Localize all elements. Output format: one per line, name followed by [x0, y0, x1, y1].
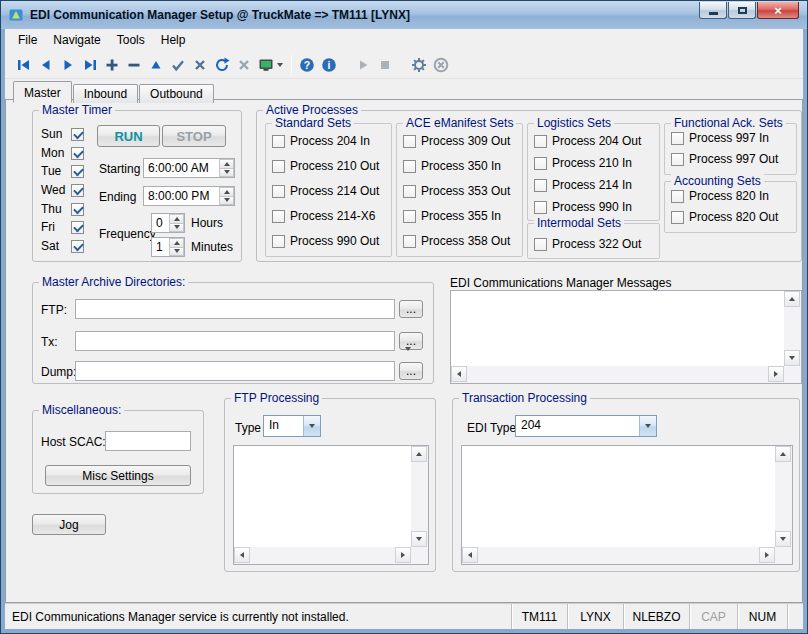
process-820-out-row[interactable]: Process 820 Out — [671, 210, 778, 224]
process-210-in-checkbox[interactable] — [534, 157, 547, 170]
day-row-sat[interactable]: Sat — [41, 239, 84, 253]
scroll-down-button[interactable] — [784, 350, 800, 366]
next-record-button[interactable] — [57, 54, 79, 76]
tab-master[interactable]: Master — [13, 81, 72, 103]
process-997-out-row[interactable]: Process 997 Out — [671, 152, 778, 166]
process-309-out-checkbox[interactable] — [403, 135, 416, 148]
messages-vertical-scrollbar[interactable] — [784, 291, 801, 366]
ftp-type-dropdown-button[interactable] — [303, 416, 320, 436]
day-row-thu[interactable]: Thu — [41, 202, 84, 216]
scroll-up-button[interactable] — [411, 446, 427, 462]
insert-record-button[interactable] — [101, 54, 123, 76]
frequency-minutes-input[interactable]: 1 — [151, 237, 185, 257]
starting-spin-down-button[interactable] — [219, 169, 234, 178]
ending-spin-up-button[interactable] — [219, 187, 234, 197]
ftp-horizontal-scrollbar[interactable] — [234, 547, 411, 564]
day-checkbox-fri[interactable] — [71, 221, 84, 234]
process-350-in-checkbox[interactable] — [403, 160, 416, 173]
ftp-processing-textarea[interactable] — [233, 445, 429, 565]
process-355-in-row[interactable]: Process 355 In — [403, 209, 501, 223]
tab-outbound[interactable]: Outbound — [139, 84, 214, 103]
day-row-sun[interactable]: Sun — [41, 127, 84, 141]
edit-record-button[interactable] — [145, 54, 167, 76]
ftp-browse-button[interactable]: ... — [399, 300, 423, 318]
stop-service-button[interactable] — [374, 54, 396, 76]
process-309-out-row[interactable]: Process 309 Out — [403, 134, 510, 148]
process-353-out-row[interactable]: Process 353 Out — [403, 184, 510, 198]
scroll-left-button[interactable] — [462, 547, 478, 563]
scroll-left-button[interactable] — [451, 366, 467, 382]
ftp-vertical-scrollbar[interactable] — [411, 446, 428, 547]
edi-type-dropdown-button[interactable] — [639, 416, 656, 436]
settings-button[interactable] — [408, 54, 430, 76]
process-997-out-checkbox[interactable] — [671, 153, 684, 166]
messages-horizontal-scrollbar[interactable] — [451, 366, 784, 383]
close-app-button[interactable] — [430, 54, 452, 76]
day-checkbox-sun[interactable] — [71, 128, 84, 141]
process-990-out-checkbox[interactable] — [272, 235, 285, 248]
hours-spin-up-button[interactable] — [169, 214, 184, 224]
minimize-button[interactable] — [699, 2, 727, 19]
scroll-up-button[interactable] — [784, 291, 800, 307]
process-990-in-checkbox[interactable] — [534, 201, 547, 214]
process-820-out-checkbox[interactable] — [671, 211, 684, 224]
scroll-left-button[interactable] — [234, 547, 250, 563]
maximize-button[interactable] — [728, 2, 756, 19]
process-210-in-row[interactable]: Process 210 In — [534, 156, 632, 170]
jog-button[interactable]: Jog — [32, 514, 106, 535]
process-350-in-row[interactable]: Process 350 In — [403, 159, 501, 173]
process-358-out-row[interactable]: Process 358 Out — [403, 234, 510, 248]
transaction-vertical-scrollbar[interactable] — [775, 446, 792, 547]
day-row-fri[interactable]: Fri — [41, 220, 84, 234]
day-row-wed[interactable]: Wed — [41, 183, 84, 197]
scroll-right-button[interactable] — [768, 366, 784, 382]
day-checkbox-tue[interactable] — [71, 165, 84, 178]
cancel-edit-button[interactable] — [189, 54, 211, 76]
day-row-tue[interactable]: Tue — [41, 164, 84, 178]
process-355-in-checkbox[interactable] — [403, 210, 416, 223]
delete-record-button[interactable] — [123, 54, 145, 76]
process-214-in-checkbox[interactable] — [534, 179, 547, 192]
close-button[interactable]: × — [757, 2, 799, 19]
menu-file[interactable]: File — [10, 30, 45, 50]
tx-directory-input[interactable] — [75, 331, 395, 351]
process-353-out-checkbox[interactable] — [403, 185, 416, 198]
stop-button[interactable]: STOP — [162, 125, 226, 147]
scroll-up-button[interactable] — [775, 446, 791, 462]
scroll-down-button[interactable] — [775, 531, 791, 547]
edi-type-select[interactable]: 204 — [515, 415, 657, 437]
hours-spin-down-button[interactable] — [169, 224, 184, 233]
process-210-out-row[interactable]: Process 210 Out — [272, 159, 379, 173]
menu-navigate[interactable]: Navigate — [45, 30, 108, 50]
scroll-down-button[interactable] — [411, 531, 427, 547]
monitor-button[interactable] — [255, 54, 287, 76]
first-record-button[interactable] — [13, 54, 35, 76]
refresh-button[interactable] — [211, 54, 233, 76]
menu-help[interactable]: Help — [153, 30, 194, 50]
process-204-out-checkbox[interactable] — [534, 135, 547, 148]
ftp-type-select[interactable]: In — [263, 415, 321, 437]
menu-tools[interactable]: Tools — [109, 30, 153, 50]
process-214-in-row[interactable]: Process 214 In — [534, 178, 632, 192]
run-button[interactable]: RUN — [97, 125, 160, 147]
day-checkbox-thu[interactable] — [71, 203, 84, 216]
day-row-mon[interactable]: Mon — [41, 146, 84, 160]
abort-button[interactable] — [233, 54, 255, 76]
process-990-in-row[interactable]: Process 990 In — [534, 200, 632, 214]
info-button[interactable]: i — [318, 54, 340, 76]
start-service-button[interactable] — [352, 54, 374, 76]
process-990-out-row[interactable]: Process 990 Out — [272, 234, 379, 248]
help-button[interactable]: ? — [296, 54, 318, 76]
ending-time-input[interactable]: 8:00:00 PM — [143, 186, 235, 206]
prior-record-button[interactable] — [35, 54, 57, 76]
host-scac-input[interactable] — [105, 431, 191, 451]
process-214-out-row[interactable]: Process 214 Out — [272, 184, 379, 198]
title-bar[interactable]: EDI Communication Manager Setup @ TruckM… — [1, 1, 807, 29]
process-214-x6-checkbox[interactable] — [272, 210, 285, 223]
process-997-in-row[interactable]: Process 997 In — [671, 131, 769, 145]
scroll-right-button[interactable] — [759, 547, 775, 563]
process-214-x6-row[interactable]: Process 214-X6 — [272, 209, 375, 223]
process-358-out-checkbox[interactable] — [403, 235, 416, 248]
dump-browse-button[interactable]: ... — [399, 362, 423, 380]
process-204-in-row[interactable]: Process 204 In — [272, 134, 370, 148]
